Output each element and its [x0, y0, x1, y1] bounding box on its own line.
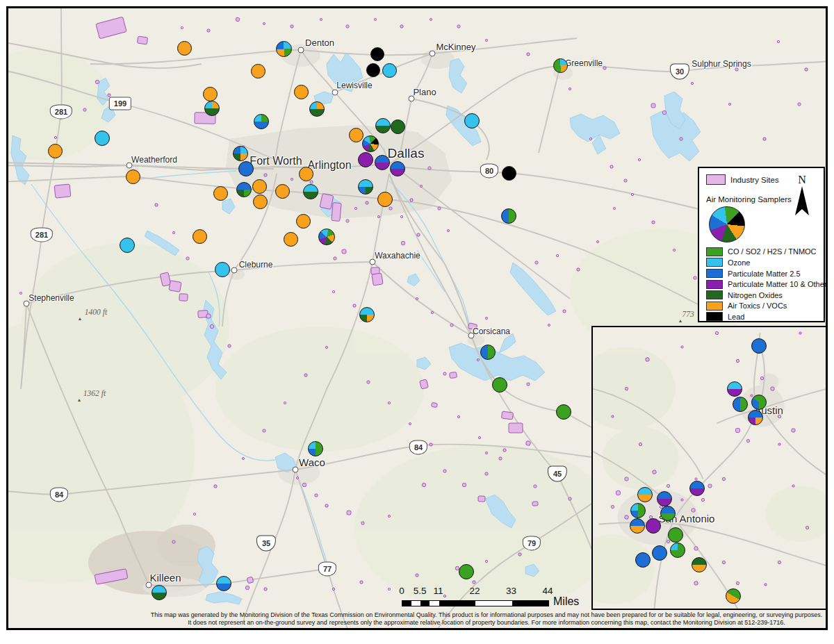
legend-label: Lead: [728, 313, 744, 321]
sampler-marker: [375, 155, 390, 170]
sampler-marker: [233, 146, 248, 161]
scale-tick-33: 33: [506, 586, 516, 596]
sampler-marker: [254, 114, 269, 129]
sampler-marker: [689, 481, 705, 496]
legend-label: CO / SO2 / H2S / TNMOC: [728, 247, 817, 256]
sampler-marker: [377, 192, 393, 207]
sampler-marker: [692, 557, 707, 572]
sampler-marker: [358, 152, 373, 167]
sampler-marker: [358, 179, 373, 195]
legend-item-orange: Air Toxics / VOCs: [706, 301, 817, 312]
sampler-marker: [120, 238, 135, 253]
scale-bar-unit: Miles: [553, 595, 579, 608]
scale-segment: [475, 601, 512, 606]
sampler-marker: [726, 588, 741, 604]
sampler-marker: [501, 208, 516, 224]
sampler-marker: [152, 585, 167, 600]
scale-segment: [512, 601, 549, 606]
sampler-marker: [646, 518, 661, 534]
sampler-marker: [359, 307, 375, 322]
sampler-marker: [652, 545, 667, 561]
scale-tick-5.5: 5.5: [414, 586, 427, 596]
sampler-marker: [382, 63, 397, 78]
sampler-marker: [95, 131, 110, 146]
sampler-marker: [48, 144, 63, 158]
margin-top: [0, 0, 834, 7]
sampler-marker: [299, 167, 313, 181]
legend-item-black: Lead: [706, 311, 817, 322]
scale-bar-bar: [402, 600, 549, 606]
legend-swatch-blue: [706, 269, 723, 278]
sampler-marker: [480, 345, 496, 360]
sampler-marker: [630, 518, 645, 534]
legend-item-darkgreen: Nitrogen Oxides: [706, 290, 817, 301]
sampler-marker: [751, 338, 767, 354]
sampler-marker: [630, 503, 646, 518]
legend: Industry Sites Air Monitoring Samplers C…: [698, 167, 825, 322]
sampler-marker: [464, 113, 480, 129]
scale-bar-ticks: 05.511223344: [389, 586, 548, 597]
tceq-air-monitoring-map: DentonMcKinneyLewisvillePlanoDallasFort …: [0, 0, 834, 644]
sampler-marker: [177, 41, 192, 56]
scale-tick-22: 22: [469, 586, 480, 596]
legend-swatch-cyan: [706, 258, 723, 267]
samplers-pie-icon: [709, 206, 745, 242]
sampler-marker: [216, 576, 231, 591]
sampler-marker: [251, 64, 265, 79]
sampler-marker: [215, 262, 230, 277]
sampler-marker: [733, 397, 748, 412]
sampler-marker: [553, 58, 568, 73]
sampler-marker: [276, 41, 292, 57]
legend-label: Air Toxics / VOCs: [728, 302, 787, 310]
disclaimer-line1: This map was generated by the Monitoring…: [142, 611, 831, 619]
sampler-marker: [751, 395, 767, 410]
disclaimer-line2: It does not represent an on-the-ground s…: [142, 619, 831, 627]
sampler-marker: [390, 161, 405, 176]
legend-label: Particulate Matter 2.5: [728, 270, 801, 278]
sampler-marker: [203, 87, 218, 101]
legend-swatch-darkgreen: [706, 290, 723, 299]
legend-swatch-black: [706, 312, 723, 321]
sampler-marker: [308, 441, 323, 456]
legend-label: Nitrogen Oxides: [728, 291, 783, 299]
sampler-marker: [556, 404, 571, 420]
sampler-marker: [748, 410, 763, 425]
legend-swatch-purple: [706, 280, 723, 289]
sampler-marker: [238, 161, 254, 176]
sampler-marker: [502, 166, 516, 181]
north-label: N: [794, 174, 810, 186]
sampler-marker: [253, 195, 268, 209]
sampler-marker: [366, 63, 380, 77]
sampler-marker: [126, 170, 140, 184]
legend-items: CO / SO2 / H2S / TNMOCOzoneParticulate M…: [706, 247, 817, 322]
sampler-marker: [391, 119, 405, 134]
sampler-marker: [204, 101, 220, 116]
sampler-marker: [637, 487, 653, 502]
legend-label: Ozone: [728, 258, 750, 267]
north-arrow: N: [794, 174, 810, 220]
legend-label: Particulate Matter 10 & Other: [728, 280, 826, 288]
scale-tick-44: 44: [542, 586, 553, 596]
scale-tick-0: 0: [399, 586, 404, 596]
industry-sites-label: Industry Sites: [730, 176, 779, 184]
sampler-marker: [375, 118, 391, 133]
legend-item-purple: Particulate Matter 10 & Other: [706, 279, 817, 290]
sampler-marker: [296, 214, 311, 229]
scale-segment: [439, 601, 476, 606]
margin-left: [0, 0, 7, 644]
sampler-marker: [370, 47, 384, 61]
sampler-marker: [303, 184, 318, 199]
sampler-marker: [213, 186, 228, 201]
disclaimer: This map was generated by the Monitoring…: [142, 611, 831, 627]
north-arrow-icon: [794, 186, 810, 217]
sampler-marker: [459, 564, 474, 579]
sampler-marker: [657, 491, 672, 506]
sampler-marker: [318, 229, 335, 245]
scale-segment: [402, 601, 411, 606]
sampler-marker: [236, 182, 252, 197]
sampler-marker: [727, 381, 742, 397]
sampler-marker: [660, 506, 676, 521]
scale-segment: [430, 601, 439, 606]
sampler-marker: [275, 184, 290, 199]
legend-swatch-green: [706, 247, 723, 256]
